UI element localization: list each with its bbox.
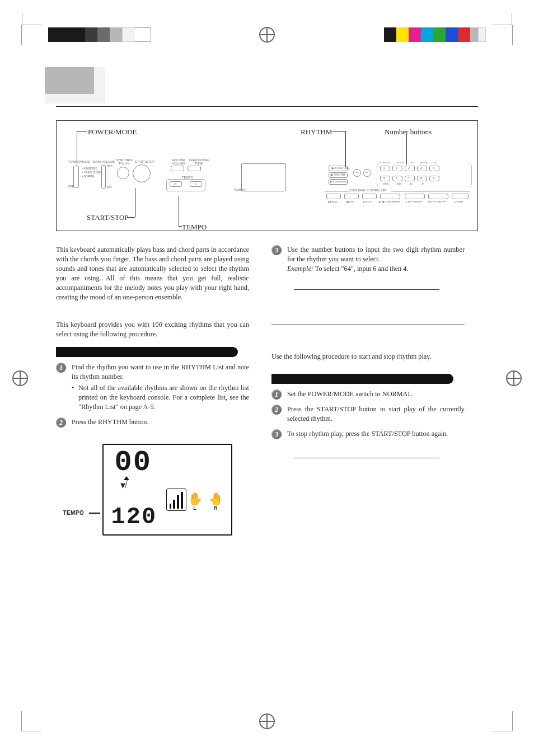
registration-mark-right	[506, 370, 522, 386]
example-text: To select "64", input 6 and then 4.	[313, 265, 409, 273]
leader-line	[89, 513, 100, 514]
subsection-strip	[271, 374, 453, 384]
page: POWER/MODE RHYTHM Number buttons START/S…	[0, 0, 534, 756]
color-bar-right	[384, 27, 486, 43]
short-rule	[294, 289, 439, 290]
registration-mark-top	[259, 27, 275, 43]
leader-line	[332, 131, 345, 132]
label-number-buttons: Number buttons	[385, 128, 432, 137]
label-start-stop: START/STOP	[87, 213, 129, 222]
color-bar-left	[48, 27, 151, 43]
label-power-mode: POWER/MODE	[88, 128, 137, 137]
keyboard-panel-diagram: POWER/MODE RHYTHM Number buttons START/S…	[56, 120, 478, 231]
select-rhythm-steps-cont: Use the number buttons to input the two …	[271, 245, 465, 274]
mini-right-cluster: ▣ TONETONE ▣ RHYTHM ▣ SONG BANK − + 0 1 …	[322, 158, 479, 208]
crop-mark-bottom-left	[21, 711, 41, 731]
play-step-3: To stop rhythm play, press the START/STO…	[271, 429, 465, 439]
lcd-rhythm-number: 00	[115, 448, 152, 477]
header-rule	[56, 106, 478, 107]
section-tab	[45, 67, 94, 94]
lcd-tempo-value: 120	[111, 505, 157, 529]
metronome-icon: ▾|	[120, 481, 128, 490]
step-3: Use the number buttons to input the two …	[271, 245, 465, 274]
select-rhythm-intro: This keyboard provides you with 100 exci…	[56, 320, 249, 339]
section-rule	[271, 325, 465, 325]
step-2: Press the RHYTHM button.	[56, 417, 249, 427]
lcd-illustration: TEMPO 00 ▾| 120 ✋L 🤚R	[67, 439, 239, 540]
lcd-hand-icons: ✋L 🤚R	[188, 493, 223, 511]
leader-line	[77, 131, 87, 132]
play-rhythm-steps: Set the POWER/MODE switch to NORMAL. Pre…	[271, 389, 465, 439]
printer-strip	[0, 0, 534, 50]
subsection-strip	[56, 347, 238, 357]
leader-line	[127, 217, 135, 218]
left-column: This keyboard automatically plays bass a…	[56, 245, 249, 540]
select-rhythm-steps: Find the rhythm you want to use in the R…	[56, 363, 249, 427]
crop-mark-top-left	[21, 25, 41, 45]
leader-line	[179, 226, 182, 227]
step-1: Find the rhythm you want to use in the R…	[56, 363, 249, 412]
registration-mark-left	[12, 370, 28, 386]
lcd-level-bars	[170, 492, 183, 509]
play-step-1: Set the POWER/MODE switch to NORMAL.	[271, 389, 465, 399]
right-column: Use the number buttons to input the two …	[271, 245, 465, 458]
short-rule	[294, 458, 439, 458]
mini-lcd	[241, 163, 286, 191]
play-step-2: Press the START/STOP button to start pla…	[271, 405, 465, 424]
crop-mark-top-right	[493, 25, 513, 45]
mini-left-cluster: POWER/MODE MAIN VOLUME SYNCHRO/ FILL-IN …	[62, 160, 230, 205]
label-rhythm: RHYTHM	[301, 128, 332, 137]
example-label: Example:	[287, 265, 313, 273]
lcd-screen: 00 ▾| 120 ✋L 🤚R	[102, 444, 232, 536]
registration-mark-bottom	[259, 713, 275, 729]
intro-paragraph: This keyboard automatically plays bass a…	[56, 245, 249, 302]
play-rhythm-intro: Use the following procedure to start and…	[271, 352, 465, 361]
crop-mark-bottom-right	[493, 711, 513, 731]
lcd-tempo-label: TEMPO	[63, 510, 85, 516]
step-1-note: Not all of the available rhythms are sho…	[72, 383, 249, 412]
label-tempo: TEMPO	[182, 223, 207, 232]
